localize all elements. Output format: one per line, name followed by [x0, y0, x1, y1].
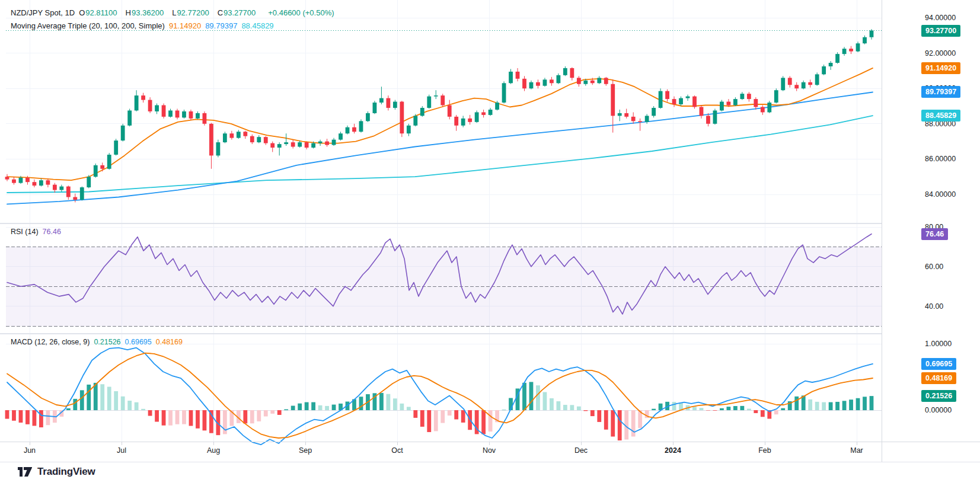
macd-histogram-bar — [427, 410, 431, 432]
macd-histogram-bar — [448, 410, 452, 416]
candle-body — [291, 142, 295, 146]
macd-histogram-bar — [318, 405, 323, 410]
macd-histogram-bar — [706, 410, 710, 411]
candle-body — [203, 113, 207, 124]
macd-histogram-bar — [489, 410, 493, 432]
candle-body — [835, 54, 839, 63]
candle-body — [33, 182, 37, 186]
candle-body — [284, 142, 288, 144]
candle-body — [162, 106, 166, 117]
chart-canvas[interactable] — [0, 0, 980, 489]
macd-histogram-bar — [740, 406, 744, 410]
candle-body — [155, 106, 159, 111]
price-tick-label: 94.00000 — [925, 14, 956, 22]
ohlc-key: L — [172, 8, 176, 17]
macd-histogram-bar — [148, 410, 152, 416]
candle-body — [672, 99, 676, 104]
macd-values: 0.215260.696950.48169 — [94, 338, 187, 346]
candle-body — [794, 85, 799, 88]
macd-tick-label: 0.00000 — [925, 406, 952, 414]
macd-histogram-bar — [168, 410, 173, 426]
macd-histogram-bar — [305, 402, 309, 410]
tradingview-logo[interactable]: TradingView — [18, 466, 95, 478]
candle-body — [652, 108, 656, 116]
candle-body — [87, 177, 91, 187]
time-label: Oct — [391, 446, 403, 455]
candle-body — [645, 116, 649, 122]
macd-histogram-bar — [543, 392, 547, 410]
candle-body — [359, 121, 363, 132]
macd-histogram-bar — [692, 407, 697, 410]
macd-histogram-bar — [46, 410, 50, 425]
macd-histogram-bar — [522, 383, 526, 410]
ma-line-sma200 — [7, 116, 873, 193]
candle-body — [481, 112, 486, 114]
candle-body — [611, 84, 615, 116]
macd-legend: MACD (12, 26, close, 9)0.215260.696950.4… — [11, 338, 191, 346]
candle-body — [107, 155, 111, 169]
price-axis[interactable]: 94.0000092.0000090.0000088.0000086.00000… — [882, 0, 980, 462]
candle-body — [114, 140, 118, 155]
candle-body — [127, 110, 132, 125]
candle-body — [597, 78, 601, 83]
macd-histogram-bar — [454, 410, 458, 420]
candle-body — [706, 116, 710, 123]
macd-histogram-bar — [672, 402, 676, 410]
macd-histogram-bar — [563, 405, 567, 410]
macd-histogram-bar — [141, 409, 145, 410]
macd-histogram-bar — [808, 399, 812, 410]
time-label: Feb — [758, 446, 771, 455]
macd-histogram-bar — [189, 410, 193, 426]
time-axis[interactable]: JunJulAugSepOctNovDec2024FebMar — [0, 442, 980, 462]
macd-histogram-bar — [243, 410, 247, 423]
macd-histogram-bar — [182, 410, 186, 424]
ohlc-pair: H93.36200 — [126, 8, 168, 17]
candle-body — [229, 133, 234, 138]
candle-body — [46, 180, 50, 184]
candle-body — [700, 107, 704, 116]
macd-histogram-bar — [829, 402, 833, 410]
candle-body — [747, 94, 751, 99]
macd-histogram-bar — [25, 410, 30, 424]
ma-indicator-label[interactable]: Moving Average Triple (20, 100, 200, Sim… — [11, 21, 165, 30]
macd-histogram-bar — [583, 410, 588, 411]
macd-line — [7, 348, 873, 445]
macd-histogram-bar — [386, 394, 390, 410]
price-badge: 91.14920 — [921, 62, 960, 74]
rsi-legend: RSI (14)76.46 — [11, 228, 65, 236]
candle-body — [856, 43, 860, 51]
ma-legend: Moving Average Triple (20, 100, 200, Sim… — [11, 21, 282, 30]
candle-body — [754, 99, 758, 107]
macd-histogram-bar — [162, 410, 166, 426]
candle-body — [379, 98, 384, 103]
candle-body — [12, 180, 16, 183]
candle-body — [788, 78, 792, 85]
macd-histogram-bar — [5, 410, 9, 419]
candle-body — [624, 113, 628, 117]
candle-body — [557, 75, 561, 83]
macd-histogram-bar — [781, 408, 785, 410]
symbol-legend: NZD/JPY Spot, 1DO92.81100H93.36200L92.77… — [11, 8, 339, 17]
macd-indicator-label[interactable]: MACD (12, 26, close, 9) — [11, 338, 90, 346]
macd-histogram-bar — [529, 382, 534, 410]
candle-body — [25, 178, 30, 182]
time-label: Aug — [207, 446, 220, 455]
macd-histogram-bar — [39, 410, 43, 427]
macd-histogram-bar — [822, 402, 826, 410]
macd-histogram-bar — [713, 410, 717, 411]
ohlc-key: H — [126, 8, 131, 17]
rsi-indicator-label[interactable]: RSI (14) — [11, 228, 39, 236]
macd-histogram-bar — [291, 406, 295, 410]
macd-histogram-bar — [127, 401, 132, 410]
candle-body — [577, 78, 581, 84]
candle-body — [175, 110, 180, 117]
candle-body — [237, 132, 241, 138]
candle-body — [516, 72, 520, 79]
candle-body — [822, 66, 826, 74]
candle-body — [536, 82, 540, 86]
macd-histogram-bar — [727, 407, 731, 410]
rsi-value: 76.46 — [43, 228, 61, 236]
candle-body — [311, 143, 315, 148]
macd-histogram-bar — [94, 383, 98, 410]
symbol-title[interactable]: NZD/JPY Spot, 1D — [11, 8, 75, 17]
